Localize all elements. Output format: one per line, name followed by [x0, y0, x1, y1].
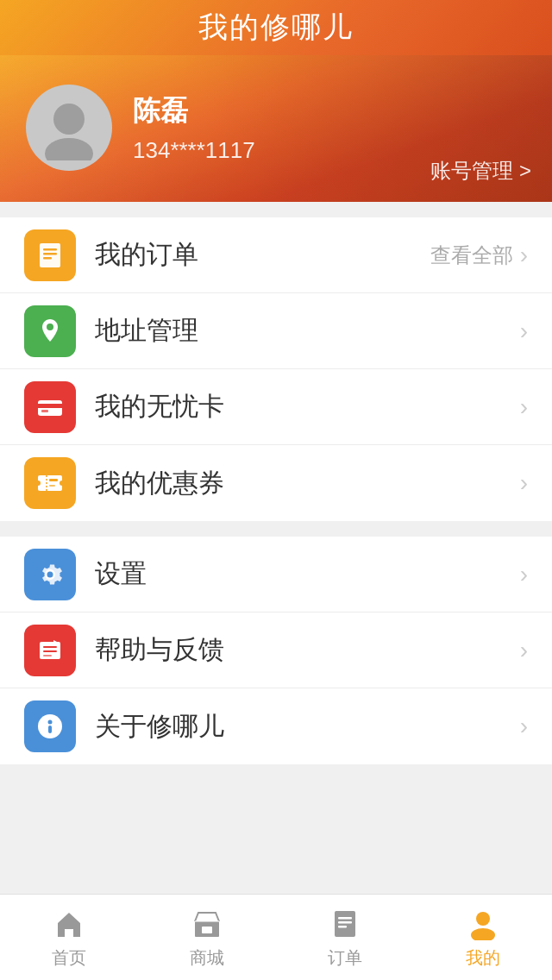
help-icon-wrap — [24, 625, 76, 676]
svg-point-1 — [45, 138, 93, 160]
svg-rect-25 — [202, 927, 212, 933]
header-title: 我的修哪儿 — [198, 8, 354, 47]
bottom-spacer — [0, 764, 552, 859]
svg-rect-3 — [43, 248, 57, 251]
orders-label: 我的订单 — [95, 237, 430, 273]
menu-group-1: 我的订单 查看全部 › 地址管理 › 我的无忧卡 › — [0, 217, 552, 521]
orders-chevron: › — [520, 242, 528, 269]
avatar-icon — [34, 91, 104, 164]
nav-item-home[interactable]: 首页 — [0, 895, 138, 980]
coupon-right: › — [520, 469, 528, 497]
bottom-nav: 首页 商城 订单 — [0, 894, 552, 980]
svg-rect-28 — [338, 921, 352, 924]
svg-point-16 — [47, 571, 53, 577]
account-manage-button[interactable]: 账号管理 > — [430, 157, 531, 185]
svg-point-11 — [35, 481, 41, 486]
orders-right-text: 查看全部 — [430, 242, 513, 269]
orders-nav-icon — [326, 905, 364, 943]
menu-item-help[interactable]: 帮助与反馈 › — [0, 612, 552, 688]
address-chevron: › — [520, 317, 528, 345]
card-chevron: › — [520, 393, 528, 421]
menu-item-about[interactable]: 关于修哪儿 › — [0, 688, 552, 764]
help-chevron: › — [520, 637, 528, 664]
svg-rect-14 — [49, 479, 58, 481]
orders-nav-label: 订单 — [328, 946, 362, 970]
mine-icon — [464, 905, 502, 943]
card-label: 我的无忧卡 — [95, 389, 520, 424]
about-chevron: › — [520, 713, 528, 740]
card-right: › — [520, 393, 528, 421]
settings-icon — [34, 559, 66, 590]
coupon-icon-wrap — [24, 457, 76, 509]
about-right: › — [520, 713, 528, 740]
shop-icon — [188, 905, 226, 943]
header: 我的修哪儿 — [0, 0, 552, 55]
card-icon — [34, 392, 66, 423]
menu-item-settings[interactable]: 设置 › — [0, 537, 552, 612]
menu-item-coupon[interactable]: 我的优惠券 › — [0, 445, 552, 521]
svg-rect-15 — [49, 485, 55, 487]
svg-rect-5 — [43, 257, 52, 260]
svg-rect-8 — [38, 404, 62, 408]
svg-rect-18 — [43, 646, 57, 648]
profile-name: 陈磊 — [133, 92, 526, 130]
nav-item-shop[interactable]: 商城 — [138, 895, 276, 980]
svg-rect-10 — [38, 475, 62, 491]
card-icon-wrap — [24, 381, 76, 433]
svg-rect-19 — [43, 650, 57, 652]
section-gap-1 — [0, 202, 552, 217]
menu-item-wuxiuka[interactable]: 我的无忧卡 › — [0, 369, 552, 445]
settings-right: › — [520, 561, 528, 588]
svg-rect-23 — [48, 726, 52, 733]
address-icon — [34, 316, 66, 347]
coupon-chevron: › — [520, 469, 528, 497]
svg-rect-26 — [335, 911, 355, 937]
settings-chevron: › — [520, 561, 528, 588]
section-gap-2 — [0, 521, 552, 537]
nav-item-mine[interactable]: 我的 — [414, 895, 552, 980]
account-manage-label: 账号管理 > — [430, 157, 531, 185]
svg-point-0 — [53, 104, 85, 135]
svg-point-6 — [47, 324, 53, 330]
about-label: 关于修哪儿 — [95, 709, 520, 744]
avatar — [26, 85, 112, 171]
order-icon-wrap — [24, 229, 76, 281]
orders-right: 查看全部 › — [430, 242, 528, 269]
order-icon — [34, 240, 66, 271]
menu-item-address[interactable]: 地址管理 › — [0, 293, 552, 369]
svg-point-31 — [471, 928, 495, 940]
home-nav-label: 首页 — [52, 946, 86, 970]
address-icon-wrap — [24, 305, 76, 357]
settings-icon-wrap — [24, 549, 76, 600]
svg-point-22 — [48, 720, 53, 725]
svg-point-12 — [60, 481, 65, 486]
about-icon-wrap — [24, 700, 76, 752]
coupon-label: 我的优惠券 — [95, 466, 520, 501]
help-right: › — [520, 637, 528, 664]
svg-rect-20 — [43, 655, 52, 656]
menu-group-2: 设置 › 帮助与反馈 › 关于修哪儿 — [0, 537, 552, 764]
svg-point-30 — [476, 912, 490, 926]
settings-label: 设置 — [95, 556, 520, 592]
svg-rect-9 — [41, 410, 48, 412]
menu-item-orders[interactable]: 我的订单 查看全部 › — [0, 217, 552, 293]
svg-rect-27 — [338, 917, 352, 920]
nav-item-orders[interactable]: 订单 — [276, 895, 414, 980]
svg-rect-4 — [43, 253, 57, 255]
coupon-icon — [34, 468, 66, 499]
mine-nav-label: 我的 — [466, 946, 500, 970]
home-icon — [50, 905, 88, 943]
help-label: 帮助与反馈 — [95, 632, 520, 668]
about-icon — [34, 711, 66, 742]
svg-rect-29 — [338, 926, 347, 928]
svg-rect-2 — [40, 243, 60, 267]
shop-nav-label: 商城 — [190, 946, 224, 970]
help-icon — [34, 635, 66, 666]
profile-info: 陈磊 134****1117 — [133, 92, 526, 164]
address-label: 地址管理 — [95, 313, 520, 349]
profile-section: 陈磊 134****1117 账号管理 > — [0, 55, 552, 202]
address-right: › — [520, 317, 528, 345]
